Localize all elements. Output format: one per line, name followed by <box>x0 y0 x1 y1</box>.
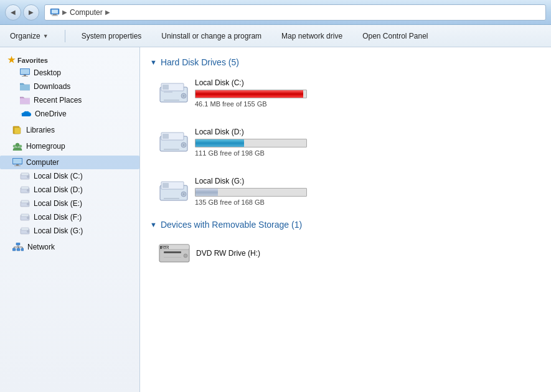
svg-rect-7 <box>22 76 28 77</box>
sidebar-item-libraries[interactable]: Libraries <box>0 123 139 137</box>
drive-d-info: Local Disk (D:) 111 GB free of 198 GB <box>195 128 344 157</box>
svg-rect-1 <box>52 9 58 13</box>
sidebar-item-local-disk-c[interactable]: Local Disk (C:) <box>0 169 139 183</box>
sidebar-item-desktop[interactable]: Desktop <box>0 66 139 80</box>
drive-item-c[interactable]: Local Disk (C:) 46.1 MB free of 155 GB <box>155 75 348 111</box>
svg-rect-55 <box>162 183 169 188</box>
network-label: Network <box>27 243 55 251</box>
onedrive-label: OneDrive <box>35 110 67 118</box>
drive-item-g[interactable]: Local Disk (G:) 135 GB free of 168 GB <box>155 173 348 210</box>
svg-rect-3 <box>52 15 58 16</box>
libraries-label: Libraries <box>26 126 55 134</box>
sidebar-item-computer[interactable]: Computer <box>0 156 139 169</box>
svg-rect-30 <box>21 228 29 230</box>
svg-rect-65 <box>164 257 181 258</box>
removable-section-title: Devices with Removable Storage (1) <box>161 220 302 230</box>
drive-d-icon <box>20 186 30 194</box>
homegroup-icon <box>12 142 22 151</box>
drive-c-progress-bar <box>195 90 303 98</box>
svg-rect-27 <box>21 214 29 217</box>
desktop-icon <box>20 68 30 77</box>
removable-collapse-arrow[interactable]: ▼ <box>150 221 157 228</box>
forward-icon: ▶ <box>29 9 34 16</box>
toolbar-divider-1 <box>65 30 65 42</box>
favorites-section: ★ Favorites Desktop Downloads <box>0 52 139 121</box>
svg-point-64 <box>184 254 187 258</box>
svg-rect-5 <box>21 69 29 74</box>
forward-button[interactable]: ▶ <box>23 4 39 21</box>
drive-c-free: 46.1 MB free of 155 GB <box>195 100 344 108</box>
downloads-folder-icon <box>20 82 30 91</box>
dvd-item-h[interactable]: DVD DVD RW Drive (H:) <box>155 237 342 269</box>
drive-g-info: Local Disk (G:) 135 GB free of 168 GB <box>195 177 344 206</box>
system-properties-button[interactable]: System properties <box>78 30 146 42</box>
local-disk-f-label: Local Disk (F:) <box>34 213 82 222</box>
svg-point-12 <box>19 145 22 147</box>
svg-point-11 <box>13 145 16 147</box>
svg-point-57 <box>183 193 185 195</box>
toolbar: Organize ▼ System properties Uninstall o… <box>0 25 551 47</box>
drive-g-name: Local Disk (G:) <box>195 177 344 185</box>
map-network-button[interactable]: Map network drive <box>278 30 346 42</box>
computer-sidebar-icon <box>12 158 22 167</box>
sidebar: ★ Favorites Desktop Downloads <box>0 47 140 392</box>
removable-drives-area: DVD DVD RW Drive (H:) <box>150 237 541 269</box>
drive-item-d[interactable]: Local Disk (D:) 111 GB free of 198 GB <box>155 124 348 161</box>
svg-rect-32 <box>16 243 20 245</box>
sidebar-item-local-disk-g[interactable]: Local Disk (G:) <box>0 224 139 238</box>
favorites-label: Favorites <box>17 57 48 64</box>
open-control-panel-label: Open Control Panel <box>362 32 428 40</box>
local-disk-e-label: Local Disk (E:) <box>34 199 82 208</box>
back-button[interactable]: ◀ <box>5 4 21 21</box>
breadcrumb-bar[interactable]: ▶ Computer ▶ <box>44 4 546 21</box>
sidebar-item-network[interactable]: Network <box>0 240 139 254</box>
svg-rect-34 <box>17 248 20 251</box>
svg-rect-61 <box>164 251 181 253</box>
title-bar: ◀ ▶ ▶ Computer ▶ <box>0 0 551 25</box>
uninstall-label: Uninstall or change a program <box>161 32 261 40</box>
uninstall-button[interactable]: Uninstall or change a program <box>158 30 265 42</box>
svg-rect-43 <box>162 85 169 90</box>
open-control-panel-button[interactable]: Open Control Panel <box>359 30 431 42</box>
svg-point-10 <box>16 143 19 147</box>
recent-places-icon <box>20 96 30 105</box>
main-layout: ★ Favorites Desktop Downloads <box>0 47 551 392</box>
recent-places-label: Recent Places <box>34 96 82 105</box>
drive-g-large-icon <box>159 180 189 203</box>
svg-rect-16 <box>14 166 21 166</box>
local-disk-d-label: Local Disk (D:) <box>34 185 83 194</box>
sidebar-item-onedrive[interactable]: OneDrive <box>0 107 139 121</box>
sidebar-item-recent-places[interactable]: Recent Places <box>0 93 139 107</box>
sidebar-item-downloads[interactable]: Downloads <box>0 80 139 93</box>
map-network-label: Map network drive <box>281 32 342 40</box>
homegroup-section: Homegroup <box>0 139 139 153</box>
computer-label: Computer <box>26 158 59 167</box>
organize-arrow: ▼ <box>43 33 49 39</box>
local-disk-c-label: Local Disk (C:) <box>34 172 83 180</box>
drive-g-icon <box>20 227 30 235</box>
breadcrumb-text: ▶ Computer ▶ <box>62 8 110 17</box>
drive-d-progress-container <box>195 139 307 147</box>
hard-disk-collapse-arrow[interactable]: ▼ <box>150 58 157 66</box>
computer-section: Computer Local Disk (C:) Local Disk (D:) <box>0 156 139 238</box>
organize-button[interactable]: Organize ▼ <box>6 30 52 42</box>
breadcrumb-computer[interactable]: Computer <box>70 8 103 17</box>
svg-rect-15 <box>16 164 19 166</box>
drive-g-progress-bar <box>195 189 218 196</box>
drive-c-info: Local Disk (C:) 46.1 MB free of 155 GB <box>195 78 344 108</box>
favorites-star-icon: ★ <box>7 55 16 65</box>
drive-d-progress-bar <box>195 139 244 147</box>
favorites-header[interactable]: ★ Favorites <box>0 52 139 66</box>
breadcrumb-arrow2: ▶ <box>105 9 110 16</box>
dvd-large-icon: DVD <box>159 241 190 266</box>
network-icon <box>12 243 24 251</box>
sidebar-item-local-disk-d[interactable]: Local Disk (D:) <box>0 183 139 197</box>
drive-d-large-icon <box>159 131 189 154</box>
drive-g-free: 135 GB free of 168 GB <box>195 198 344 206</box>
sidebar-item-local-disk-e[interactable]: Local Disk (E:) <box>0 197 139 210</box>
sidebar-item-local-disk-f[interactable]: Local Disk (F:) <box>0 210 139 224</box>
svg-rect-21 <box>21 187 29 189</box>
sidebar-item-homegroup[interactable]: Homegroup <box>0 139 139 153</box>
svg-rect-52 <box>164 149 179 150</box>
homegroup-label: Homegroup <box>26 142 65 151</box>
